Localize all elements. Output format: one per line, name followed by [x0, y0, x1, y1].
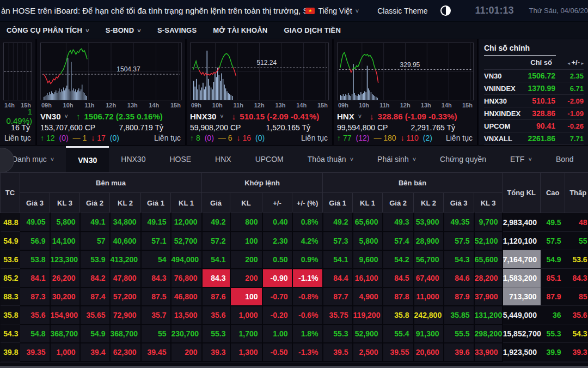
- cell[interactable]: 85.1: [541, 269, 565, 287]
- cell[interactable]: 87.6: [202, 287, 230, 306]
- cell[interactable]: 84.4: [323, 269, 353, 287]
- cell-ref-price[interactable]: 48.8: [1, 213, 20, 232]
- cell[interactable]: 5,800: [50, 213, 80, 232]
- cell[interactable]: 15,852,700: [503, 324, 541, 343]
- cell[interactable]: 49.3: [383, 213, 414, 232]
- menu-item-3[interactable]: MỞ TÀI KHOẢN: [213, 26, 267, 34]
- cell[interactable]: 57,200: [110, 287, 141, 306]
- cell[interactable]: 413,200: [110, 250, 141, 269]
- cell[interactable]: 57.3: [323, 232, 353, 250]
- cell[interactable]: 48: [565, 213, 588, 232]
- cell[interactable]: 154,900: [50, 306, 80, 324]
- cell[interactable]: 14,100: [50, 232, 80, 250]
- cell[interactable]: -0.20: [262, 306, 292, 324]
- cell[interactable]: 2,983,400: [503, 213, 541, 232]
- cell[interactable]: 35.6: [20, 306, 50, 324]
- cell[interactable]: 368,700: [50, 324, 80, 343]
- cell[interactable]: -1.1%: [292, 269, 323, 287]
- cell[interactable]: 1.8%: [292, 324, 323, 343]
- index-row-VNINDEX[interactable]: VNINDEX1370.996.71: [484, 82, 584, 95]
- cell[interactable]: 1.00: [262, 324, 292, 343]
- cell[interactable]: 7,164,700: [503, 250, 541, 269]
- cell[interactable]: 39.3: [565, 343, 588, 361]
- tab-phái-sinh[interactable]: Phái sinh˅: [365, 146, 428, 172]
- cell[interactable]: 35.8: [383, 306, 414, 324]
- tab-chứng-quyền[interactable]: Chứng quyền: [428, 146, 498, 172]
- cell[interactable]: 49.15: [141, 213, 171, 232]
- cell[interactable]: 84.5: [383, 269, 414, 287]
- cell[interactable]: 87.7: [323, 287, 353, 306]
- cell[interactable]: 55.3: [202, 324, 230, 343]
- cell[interactable]: 28,900: [414, 232, 444, 250]
- cell[interactable]: 40,600: [110, 232, 141, 250]
- index-row-VNXALL[interactable]: VNXALL2261.867.71: [484, 132, 584, 145]
- cell-ref-price[interactable]: 35.8: [1, 306, 20, 324]
- cell[interactable]: 87.5: [141, 287, 171, 306]
- cell[interactable]: 57.4: [383, 232, 414, 250]
- cell[interactable]: 30,200: [50, 287, 80, 306]
- cell[interactable]: 100: [230, 232, 262, 250]
- cell[interactable]: 87.8: [383, 287, 414, 306]
- index-dropdown[interactable]: HNX30: [190, 112, 216, 121]
- cell[interactable]: 87.4: [80, 287, 110, 306]
- cell-ref-price[interactable]: 85.2: [1, 269, 20, 287]
- cell[interactable]: 5,800: [353, 232, 383, 250]
- cell[interactable]: 33,900: [474, 343, 503, 361]
- cell[interactable]: -1.3%: [292, 343, 323, 361]
- cell[interactable]: 54.3: [444, 250, 474, 269]
- cell[interactable]: 200: [230, 269, 262, 287]
- index-row-HNXINDEX[interactable]: HNXINDEX328.86-1.09: [484, 107, 584, 120]
- cell[interactable]: 4,900: [353, 287, 383, 306]
- index-row-HNX30[interactable]: HNX30510.15-2.09: [484, 95, 584, 107]
- cell[interactable]: 56.9: [20, 232, 50, 250]
- tab-hose[interactable]: HOSE: [157, 146, 203, 172]
- cell[interactable]: 800: [230, 213, 262, 232]
- cell[interactable]: 55.3: [323, 324, 353, 343]
- cell[interactable]: 49.2: [323, 213, 353, 232]
- cell[interactable]: 53.8: [20, 250, 50, 269]
- cell[interactable]: 131,200: [474, 306, 503, 324]
- menu-item-4[interactable]: GIAO DỊCH TIỀN: [284, 26, 341, 34]
- cell[interactable]: 87.3: [20, 287, 50, 306]
- cell[interactable]: 20,600: [414, 343, 444, 361]
- cell[interactable]: 87.9: [444, 287, 474, 306]
- cell[interactable]: 123,300: [50, 250, 80, 269]
- cell[interactable]: 39.55: [383, 343, 414, 361]
- cell-ref-price[interactable]: 53.6: [1, 250, 20, 269]
- theme-toggle-icon[interactable]: [440, 5, 451, 16]
- menu-item-1[interactable]: S-BOND˅: [106, 26, 141, 34]
- cell[interactable]: 200: [230, 250, 262, 269]
- cell[interactable]: 54.3: [565, 324, 588, 343]
- cell[interactable]: 52,900: [353, 324, 383, 343]
- menu-item-0[interactable]: CÔNG CỤ PHÂN TÍCH˅: [7, 26, 89, 34]
- cell[interactable]: 55.4: [383, 324, 414, 343]
- cell[interactable]: 56,700: [414, 250, 444, 269]
- language-selector[interactable]: ★ Tiếng Việt ˅: [305, 7, 359, 15]
- cell[interactable]: 35.6: [565, 306, 588, 324]
- cell[interactable]: 55: [565, 232, 588, 250]
- cell[interactable]: 4.2%: [292, 232, 323, 250]
- cell[interactable]: 713,300: [503, 287, 541, 306]
- cell[interactable]: 0.40: [262, 213, 292, 232]
- menu-item-2[interactable]: S-SAVINGS: [157, 26, 197, 34]
- cell[interactable]: 53.6: [565, 250, 588, 269]
- cell[interactable]: 49.05: [20, 213, 50, 232]
- cell[interactable]: 47,800: [110, 269, 141, 287]
- cell[interactable]: 67,400: [414, 269, 444, 287]
- cell[interactable]: 49.1: [80, 213, 110, 232]
- cell[interactable]: 84.6: [444, 269, 474, 287]
- cell[interactable]: 35.85: [444, 306, 474, 324]
- cell[interactable]: 57.2: [202, 232, 230, 250]
- cell[interactable]: 55: [141, 324, 171, 343]
- cell[interactable]: 9,600: [353, 250, 383, 269]
- cell[interactable]: 49.5: [541, 213, 565, 232]
- tab-thỏa-thuận[interactable]: Thỏa thuận˅: [296, 146, 365, 172]
- cell[interactable]: 72,900: [110, 306, 141, 324]
- cell[interactable]: 1,700: [230, 324, 262, 343]
- cell[interactable]: -0.6%: [292, 306, 323, 324]
- cell[interactable]: 13,500: [171, 306, 202, 324]
- cell[interactable]: 0.8%: [292, 213, 323, 232]
- cell[interactable]: 84.3: [202, 269, 230, 287]
- tab-hnx[interactable]: HNX: [203, 146, 243, 172]
- tab-vn30[interactable]: VN30: [66, 146, 109, 172]
